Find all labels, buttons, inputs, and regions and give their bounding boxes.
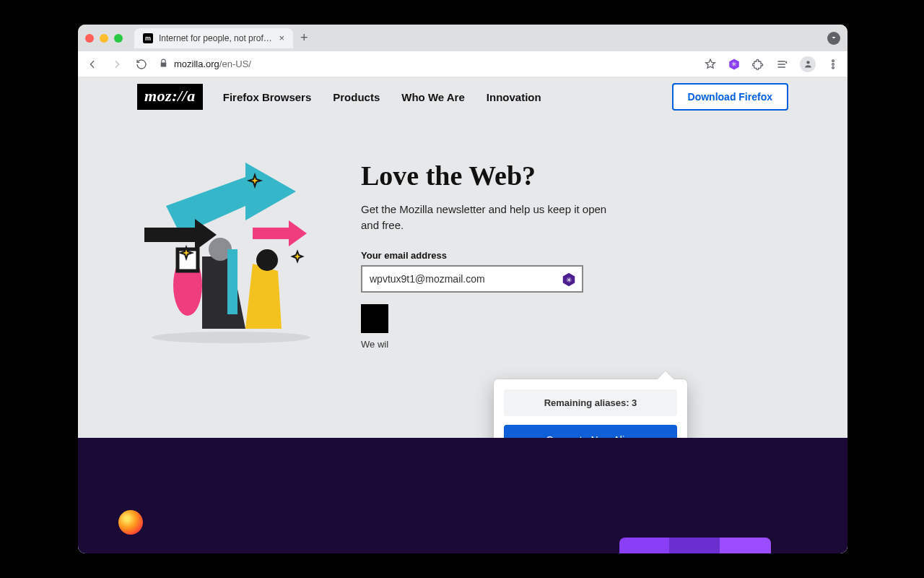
submit-button-partial[interactable] bbox=[361, 304, 388, 333]
forward-button[interactable] bbox=[110, 57, 124, 72]
hero-copy: Love the Web? Get the Mozilla newsletter… bbox=[361, 141, 614, 350]
remaining-aliases-badge: Remaining aliases: 3 bbox=[504, 389, 677, 416]
email-field-wrapper: ✳ bbox=[361, 265, 583, 293]
svg-text:✳: ✳ bbox=[731, 61, 737, 68]
lock-icon bbox=[159, 59, 168, 70]
nav-link-browsers[interactable]: Firefox Browsers bbox=[223, 91, 312, 103]
svg-point-3 bbox=[832, 60, 834, 62]
kebab-menu-icon[interactable] bbox=[826, 57, 840, 72]
address-bar[interactable]: mozilla.org/en-US/ bbox=[159, 59, 693, 70]
url-path: /en-US/ bbox=[219, 59, 251, 69]
relay-field-icon[interactable]: ✳ bbox=[560, 271, 578, 288]
hero-illustration bbox=[137, 141, 339, 350]
toolbar: mozilla.org/en-US/ ✳ bbox=[78, 51, 847, 77]
footer-decoration bbox=[619, 538, 771, 553]
svg-point-11 bbox=[152, 332, 310, 343]
nav-link-innovation[interactable]: Innovation bbox=[487, 91, 541, 103]
site-header: moz://a Firefox Browsers Products Who We… bbox=[78, 77, 847, 116]
hero-subtext: Get the Mozilla newsletter and help us k… bbox=[361, 202, 614, 234]
mozilla-logo[interactable]: moz://a bbox=[137, 84, 203, 110]
download-firefox-button[interactable]: Download Firefox bbox=[672, 83, 788, 111]
tab-title: Internet for people, not profit — bbox=[159, 33, 273, 43]
close-tab-icon[interactable]: × bbox=[279, 33, 284, 43]
reload-button[interactable] bbox=[134, 57, 149, 72]
close-window-button[interactable] bbox=[85, 34, 94, 43]
minimize-window-button[interactable] bbox=[100, 34, 108, 43]
hero-heading: Love the Web? bbox=[361, 161, 614, 191]
window-controls bbox=[85, 34, 123, 43]
nav-link-who[interactable]: Who We Are bbox=[401, 91, 465, 103]
nav-link-products[interactable]: Products bbox=[333, 91, 380, 103]
new-tab-button[interactable]: + bbox=[300, 30, 308, 46]
svg-point-4 bbox=[832, 63, 834, 65]
email-input[interactable] bbox=[362, 267, 582, 291]
browser-window: m Internet for people, not profit — × + … bbox=[78, 25, 847, 553]
footer-band bbox=[78, 438, 847, 553]
reading-list-icon[interactable] bbox=[775, 57, 790, 72]
firefox-logo-icon bbox=[118, 510, 143, 535]
browser-tab[interactable]: m Internet for people, not profit — × bbox=[134, 28, 293, 48]
tab-strip: m Internet for people, not profit — × + bbox=[78, 25, 847, 51]
email-label: Your email address bbox=[361, 250, 614, 261]
url-host: mozilla.org bbox=[174, 59, 219, 69]
page-content: moz://a Firefox Browsers Products Who We… bbox=[78, 77, 847, 553]
toolbar-actions: ✳ bbox=[703, 56, 840, 72]
svg-point-2 bbox=[806, 61, 809, 64]
relay-extension-icon[interactable]: ✳ bbox=[728, 58, 741, 71]
hero: Love the Web? Get the Mozilla newsletter… bbox=[78, 116, 847, 350]
svg-point-5 bbox=[832, 66, 834, 69]
primary-nav: Firefox Browsers Products Who We Are Inn… bbox=[223, 91, 541, 103]
zoom-window-button[interactable] bbox=[114, 34, 123, 43]
mozilla-favicon: m bbox=[143, 33, 153, 43]
back-button[interactable] bbox=[85, 57, 100, 72]
svg-rect-10 bbox=[227, 249, 237, 314]
svg-point-9 bbox=[256, 249, 278, 271]
svg-text:✳: ✳ bbox=[566, 275, 572, 283]
chrome-account-icon[interactable] bbox=[827, 32, 840, 45]
extensions-icon[interactable] bbox=[751, 57, 765, 72]
disclaimer-partial: We wil bbox=[361, 339, 388, 350]
profile-avatar-icon[interactable] bbox=[800, 56, 816, 72]
bookmark-star-icon[interactable] bbox=[703, 57, 718, 72]
